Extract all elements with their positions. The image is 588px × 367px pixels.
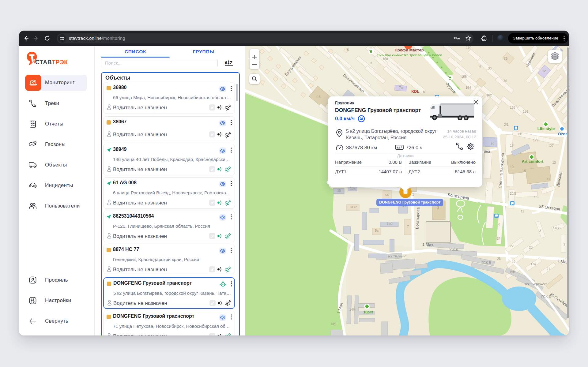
- svg-text:19В: 19В: [510, 270, 515, 274]
- svg-text:20: 20: [529, 245, 533, 249]
- svg-text:ГСК-3: ГСК-3: [541, 295, 551, 298]
- svg-text:5а к1: 5а к1: [553, 226, 561, 230]
- svg-text:13: 13: [552, 161, 556, 164]
- svg-text:162: 162: [486, 93, 492, 97]
- svg-text:30: 30: [488, 66, 492, 70]
- svg-text:23: 23: [497, 257, 501, 260]
- svg-text:11: 11: [547, 267, 550, 271]
- svg-text:Life style: Life style: [537, 126, 555, 131]
- svg-text:164: 164: [466, 86, 471, 89]
- svg-text:6а: 6а: [543, 69, 546, 73]
- svg-text:4: 4: [479, 65, 481, 68]
- svg-text:14/4: 14/4: [349, 308, 356, 311]
- svg-text:13 к2: 13 к2: [349, 205, 357, 209]
- svg-text:170: 170: [466, 46, 471, 50]
- svg-text:ГСК-6: ГСК-6: [449, 248, 458, 252]
- svg-text:ина: ина: [484, 149, 490, 154]
- svg-text:11: 11: [521, 209, 524, 213]
- svg-text:16: 16: [317, 95, 321, 99]
- svg-text:7а: 7а: [399, 86, 403, 89]
- svg-text:24: 24: [497, 237, 500, 240]
- svg-text:гск "Ялкын": гск "Ялкын": [388, 254, 407, 258]
- svg-text:10: 10: [510, 165, 514, 169]
- svg-text:14/1: 14/1: [330, 322, 337, 326]
- svg-text:7 к2: 7 к2: [386, 222, 392, 226]
- svg-text:7Б: 7Б: [504, 57, 508, 60]
- svg-text:19: 19: [491, 142, 494, 146]
- svg-text:Ozon: Ozon: [558, 132, 568, 136]
- svg-text:127: 127: [548, 144, 554, 148]
- svg-text:19: 19: [512, 260, 515, 264]
- svg-text:158: 158: [510, 106, 515, 109]
- svg-text:20/8: 20/8: [510, 192, 516, 195]
- svg-text:1 Мая: 1 Мая: [422, 242, 434, 247]
- svg-text:A: A: [224, 60, 228, 65]
- svg-text:гск "Бережок": гск "Бережок": [525, 282, 547, 286]
- svg-text:5а: 5а: [375, 229, 379, 232]
- svg-text:129: 129: [533, 138, 538, 142]
- svg-text:1: 1: [412, 193, 414, 196]
- svg-text:5:9: 5:9: [397, 146, 401, 149]
- svg-text:15% при химчистке трех вещей и: 15% при химчистке трех вещей и более: [377, 53, 442, 57]
- svg-text:3: 3: [370, 61, 372, 65]
- svg-text:5: 5: [486, 188, 488, 192]
- svg-text:ТРЭК: ТРЭК: [52, 59, 68, 66]
- svg-text:16: 16: [534, 195, 537, 199]
- svg-text:СТАВ: СТАВ: [35, 59, 52, 66]
- svg-text:3: 3: [539, 229, 541, 233]
- svg-text:11: 11: [547, 177, 550, 181]
- svg-text:4: 4: [498, 223, 500, 226]
- svg-text:5Б: 5Б: [385, 193, 389, 197]
- svg-text:2/1: 2/1: [504, 123, 509, 126]
- svg-text:17а: 17а: [530, 262, 536, 266]
- svg-text:Art comfort: Art comfort: [522, 159, 544, 164]
- svg-text:6: 6: [347, 48, 349, 51]
- svg-text:15: 15: [522, 169, 526, 173]
- svg-text:166: 166: [461, 75, 467, 78]
- svg-text:2: 2: [564, 242, 565, 246]
- svg-text:5: 5: [423, 90, 425, 94]
- svg-text:Z: Z: [230, 60, 232, 65]
- svg-text:KDL: KDL: [411, 89, 419, 94]
- svg-text:22: 22: [510, 244, 514, 248]
- svg-text:131: 131: [517, 132, 523, 136]
- svg-text:7: 7: [407, 225, 409, 228]
- svg-text:13а: 13а: [350, 186, 356, 190]
- svg-text:36: 36: [503, 79, 507, 83]
- svg-text:16plit: 16plit: [363, 310, 373, 314]
- svg-text:15: 15: [337, 189, 341, 192]
- svg-text:ГСК-5: ГСК-5: [482, 261, 491, 264]
- svg-text:16: 16: [510, 144, 514, 147]
- svg-text:156: 156: [523, 110, 528, 113]
- svg-text:168: 168: [383, 57, 388, 61]
